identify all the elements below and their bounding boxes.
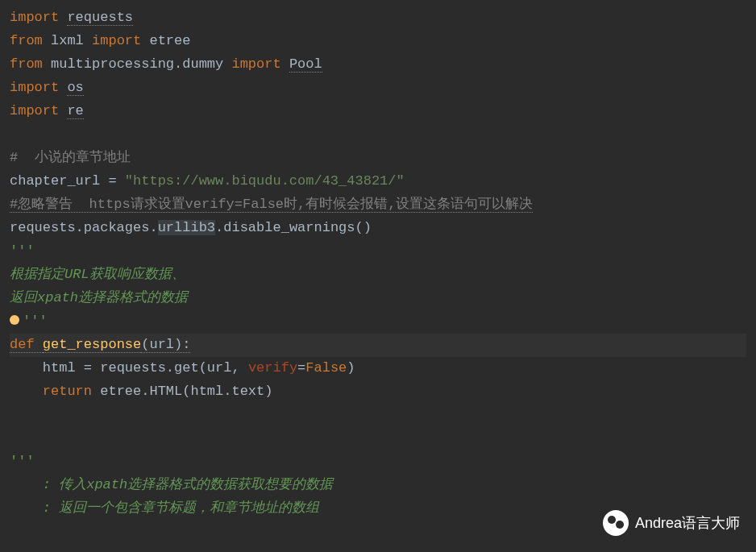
- docstring-open-2: ''': [10, 454, 35, 469]
- module-lxml: lxml: [51, 33, 84, 48]
- code-line-21[interactable]: : 传入xpath选择器格式的数据获取想要的数据: [10, 474, 746, 497]
- code-line-17[interactable]: return etree.HTML(html.text): [10, 380, 746, 404]
- code-line-4[interactable]: import os: [10, 77, 746, 100]
- docstring-text-4: : 返回一个包含章节标题，和章节地址的数组: [10, 500, 319, 516]
- code-line-5[interactable]: import re: [10, 100, 746, 123]
- var-chapter-url: chapter_url: [10, 173, 100, 189]
- module-requests: requests: [67, 10, 133, 26]
- keyword-from: from: [10, 33, 43, 48]
- code-line-11[interactable]: ''': [10, 240, 746, 264]
- keyword-import: import: [92, 33, 141, 48]
- code-line-2[interactable]: from lxml import etree: [10, 30, 746, 53]
- name-pool: Pool: [289, 56, 322, 73]
- code-line-1[interactable]: import requests: [10, 6, 746, 30]
- module-re: re: [67, 103, 83, 119]
- watermark: Andrea语言大师: [603, 510, 740, 536]
- var-html: html: [43, 360, 76, 376]
- keyword-import: import: [231, 56, 280, 72]
- code-line-9[interactable]: #忽略警告 https请求设置verify=False时,有时候会报错,设置这条…: [10, 193, 746, 217]
- keyword-def: def: [10, 337, 43, 353]
- code-line-blank-2[interactable]: [10, 404, 746, 427]
- literal-false: False: [305, 360, 347, 376]
- urllib3: urllib3: [158, 220, 215, 235]
- docstring-open: ''': [10, 243, 35, 259]
- keyword-from: from: [10, 56, 43, 72]
- keyword-return: return: [43, 384, 100, 399]
- code-line-14[interactable]: ''': [10, 310, 746, 334]
- code-editor[interactable]: import requests from lxml import etree f…: [10, 6, 746, 521]
- code-line-13[interactable]: 返回xpath选择器格式的数据: [10, 287, 746, 310]
- comment-chapter: # 小说的章节地址: [10, 150, 131, 165]
- docstring-text-3: : 传入xpath选择器格式的数据获取想要的数据: [10, 477, 333, 492]
- kwarg-verify: verify: [248, 360, 297, 376]
- code-line-3[interactable]: from multiprocessing.dummy import Pool: [10, 53, 746, 77]
- hint-icon[interactable]: [10, 315, 19, 325]
- code-line-16[interactable]: html = requests.get(url, verify=False): [10, 357, 746, 380]
- wechat-icon: [603, 510, 629, 536]
- comment-warning: #忽略警告 https请求设置verify=False时,有时候会报错,设置这条…: [10, 197, 533, 213]
- code-line-blank-3[interactable]: [10, 427, 746, 450]
- code-line-7[interactable]: # 小说的章节地址: [10, 147, 746, 170]
- code-line-blank-1[interactable]: [10, 123, 746, 147]
- keyword-import: import: [10, 103, 59, 118]
- keyword-import: import: [10, 10, 59, 25]
- code-line-12[interactable]: 根据指定URL获取响应数据、: [10, 264, 746, 287]
- name-etree: etree: [149, 33, 190, 48]
- watermark-text: Andrea语言大师: [635, 511, 740, 536]
- code-line-10[interactable]: requests.packages.urllib3.disable_warnin…: [10, 217, 746, 240]
- func-get-response: get_response: [43, 337, 141, 353]
- keyword-import: import: [10, 80, 59, 95]
- code-line-20[interactable]: ''': [10, 450, 746, 474]
- module-os: os: [67, 80, 83, 96]
- docstring-text-2: 返回xpath选择器格式的数据: [10, 290, 188, 305]
- module-multiprocessing: multiprocessing.dummy: [51, 56, 223, 72]
- string-url: "https://www.biqudu.com/43_43821/": [125, 173, 405, 189]
- docstring-text-1: 根据指定URL获取响应数据、: [10, 267, 185, 282]
- code-line-8[interactable]: chapter_url = "https://www.biqudu.com/43…: [10, 170, 746, 193]
- code-line-15[interactable]: def get_response(url):: [10, 334, 746, 357]
- docstring-close: ''': [23, 313, 48, 329]
